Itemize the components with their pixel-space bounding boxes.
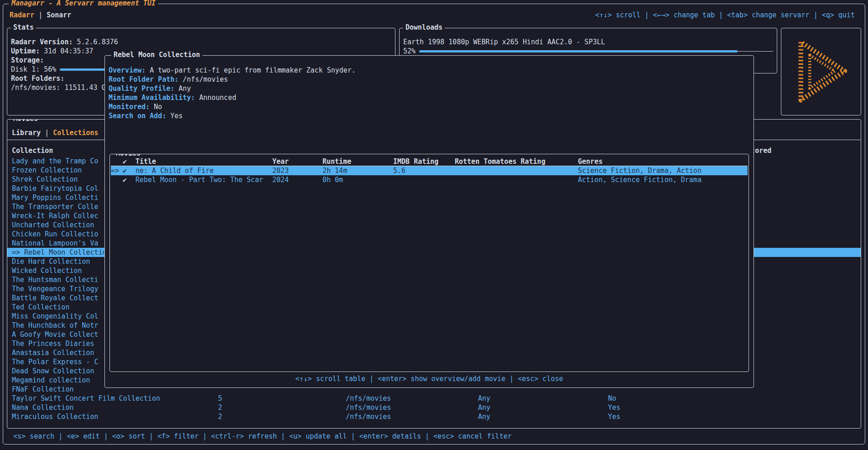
quality-profile-line: Quality Profile: Any xyxy=(109,84,750,93)
movie-count: 2 xyxy=(213,403,341,412)
movie-imdb-rating xyxy=(393,175,455,184)
genres-column-header: Genres xyxy=(578,157,748,166)
app-title: Managarr - A Servarr management TUI xyxy=(9,0,158,7)
minimum-availability-label: Minimum Availability: xyxy=(109,94,195,102)
movie-rotten-tomatoes-rating xyxy=(455,175,578,184)
collection-name: Nana Collection xyxy=(7,403,213,412)
movie-count: 5 xyxy=(213,394,341,403)
imdb-rating-column-header: IMDB Rating xyxy=(393,157,455,166)
movie-row[interactable]: ✔ Rebel Moon - Part Two: The Scar 2024 0… xyxy=(111,175,748,184)
root-folders-label: Root Folders: xyxy=(11,74,64,83)
collection-row[interactable]: Nana Collection2/nfs/moviesAnyYes xyxy=(7,403,861,412)
quality-profile: Any xyxy=(473,394,603,403)
modal-keybind-help: <↑↓> scroll table | <enter> show overvie… xyxy=(109,372,750,386)
movie-title: ne: A Child of Fire xyxy=(135,166,272,175)
search-on-add-line: Search on Add: Yes xyxy=(109,111,750,120)
movie-genres: Science Fiction, Drama, Action xyxy=(578,166,748,175)
bottom-keybind-help: <s> search | <e> edit | <o> sort | <f> f… xyxy=(13,432,512,440)
collection-row[interactable]: Miraculous Collection2/nfs/moviesAnyYes xyxy=(7,412,861,421)
download-percent-label: 52% xyxy=(403,47,416,56)
tab-library[interactable]: Library xyxy=(12,129,41,137)
collection-row[interactable]: Taylor Swift Concert Film Collection5/nf… xyxy=(7,394,861,403)
monitored-label: Monitored: xyxy=(109,103,150,111)
logo-panel xyxy=(781,28,861,115)
movie-year: 2023 xyxy=(272,166,322,175)
check-column-header: ✔ xyxy=(123,157,135,166)
overview-line: Overview: A two-part sci-fi epic from fi… xyxy=(109,66,750,75)
root-folder-path-line: Root Folder Path: /nfs/movies xyxy=(109,75,750,84)
monitored xyxy=(730,403,861,412)
disk-usage-label: Disk 1: 56% xyxy=(11,65,56,74)
tab-collections[interactable]: Collections xyxy=(53,129,98,137)
runtime-column-header: Runtime xyxy=(322,157,393,166)
year-column-header: Year xyxy=(272,157,322,166)
rotten-tomatoes-column-header: Rotten Tomatoes Rating xyxy=(455,157,578,166)
check-icon: ✔ xyxy=(123,175,135,184)
monitored-line: Monitored: No xyxy=(109,102,750,111)
search-on-add: No xyxy=(603,394,730,403)
search-on-add: Yes xyxy=(603,412,730,421)
movies-tab-separator: | xyxy=(45,129,49,137)
monitored-value: No xyxy=(154,103,162,111)
marker-column-header xyxy=(111,157,123,166)
collection-movies-panel: Movies ✔ Title Year Runtime IMDB Rating … xyxy=(109,154,749,372)
root-folder-path-value: /nfs/movies xyxy=(183,75,228,84)
monitored xyxy=(730,394,861,403)
collection-movies-title: Movies xyxy=(114,154,143,157)
search-on-add: Yes xyxy=(603,403,730,412)
monitored xyxy=(730,412,861,421)
movie-rotten-tomatoes-rating xyxy=(455,166,578,175)
downloads-panel-title: Downloads xyxy=(403,23,445,31)
download-progress-line: 52% xyxy=(403,47,773,56)
movies-panel-title: Movies xyxy=(11,119,40,123)
tab-sonarr[interactable]: Sonarr xyxy=(47,11,71,19)
managarr-play-logo-icon xyxy=(791,37,851,106)
movies-table-header: ✔ Title Year Runtime IMDB Rating Rotten … xyxy=(111,157,748,166)
root-folder-path: /nfs/movies xyxy=(341,403,473,412)
movie-runtime: 2h 14m xyxy=(322,166,393,175)
movie-genres: Action, Science Fiction, Drama xyxy=(578,175,748,184)
quality-profile: Any xyxy=(473,412,603,421)
version-value: 5.2.6.8376 xyxy=(77,38,118,46)
root-folder-path: /nfs/movies xyxy=(341,394,473,403)
download-progress-gauge xyxy=(419,47,773,56)
bottom-bar: <s> search | <e> edit | <o> sort | <f> f… xyxy=(7,429,861,444)
uptime-label: Uptime: xyxy=(11,47,40,55)
tab-radarr[interactable]: Radarr xyxy=(10,11,34,19)
check-icon: ✔ xyxy=(123,166,135,175)
overview-value: A two-part sci-fi epic from filmmaker Za… xyxy=(150,66,356,74)
movie-imdb-rating: 5.6 xyxy=(393,166,455,175)
version-label: Radarr Version: xyxy=(11,38,73,46)
collection-name: Taylor Swift Concert Film Collection xyxy=(7,394,213,403)
uptime-value: 31d 04:35:37 xyxy=(44,47,93,55)
movie-count: 2 xyxy=(213,412,341,421)
quality-profile-value: Any xyxy=(179,84,191,93)
title-column-header: Title xyxy=(135,157,272,166)
minimum-availability-line: Minimum Availability: Announced xyxy=(109,93,750,102)
search-on-add-value: Yes xyxy=(170,112,182,120)
collection-detail-fields: Overview: A two-part sci-fi epic from fi… xyxy=(109,66,750,120)
selection-marker xyxy=(111,175,123,184)
search-on-add-label: Search on Add: xyxy=(109,112,166,120)
movie-year: 2024 xyxy=(272,175,322,184)
collection-name: Miraculous Collection xyxy=(7,412,213,421)
header-row: Radarr | Sonarr <↑↓> scroll | <←→> chang… xyxy=(7,9,861,21)
movie-row[interactable]: => ✔ ne: A Child of Fire 2023 2h 14m 5.6… xyxy=(111,166,748,175)
root-folder-path: /nfs/movies xyxy=(341,412,473,421)
servarr-tabs: Radarr | Sonarr xyxy=(10,11,71,19)
overview-label: Overview: xyxy=(109,66,146,74)
download-item-name: Earth 1998 1080p WEBRip x265 Hindi AAC2.… xyxy=(403,37,773,47)
quality-profile: Any xyxy=(473,403,603,412)
stats-panel-title: Stats xyxy=(11,23,36,31)
minimum-availability-value: Announced xyxy=(199,94,236,102)
quality-profile-label: Quality Profile: xyxy=(109,84,175,93)
radarr-version-line: Radarr Version: 5.2.6.8376 xyxy=(11,37,391,47)
collection-details-modal: Rebel Moon Collection Overview: A two-pa… xyxy=(104,55,754,388)
movie-runtime: 0h 0m xyxy=(322,175,393,184)
root-folder-path-label: Root Folder Path: xyxy=(109,75,179,84)
movie-title: Rebel Moon - Part Two: The Scar xyxy=(135,175,272,184)
tab-separator: | xyxy=(38,11,42,19)
collection-details-title: Rebel Moon Collection xyxy=(111,51,203,59)
global-keybind-help: <↑↓> scroll | <←→> change tab | <tab> ch… xyxy=(595,11,855,19)
selection-marker: => xyxy=(111,166,123,175)
